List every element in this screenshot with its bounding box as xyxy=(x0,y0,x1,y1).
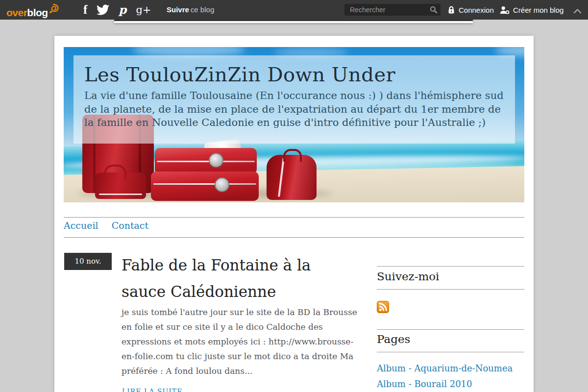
blog-title[interactable]: Les ToulouZinZin Down Under xyxy=(84,62,504,87)
divider xyxy=(377,266,524,267)
nav-link-accueil[interactable]: Accueil xyxy=(64,220,98,231)
divider xyxy=(377,329,524,330)
nav-link-contact[interactable]: Contact xyxy=(112,220,148,231)
divider xyxy=(377,289,524,290)
sidebar-page-link[interactable]: Album - Bourail 2010 xyxy=(377,379,472,389)
search-icon[interactable] xyxy=(430,6,438,16)
main-nav: Accueil Contact xyxy=(64,220,159,231)
suitcase-lock-shape xyxy=(209,153,223,168)
connexion-label: Connexion xyxy=(459,6,494,14)
follow-blog-label-bold: Suivre xyxy=(167,5,189,14)
blog-page-card: Les ToulouZinZin Down Under La vie d'une… xyxy=(54,36,534,392)
divider xyxy=(64,217,524,218)
stacked-suitcase-top-shape xyxy=(155,148,257,174)
post-date-badge: 10 nov. xyxy=(64,253,112,270)
post-title[interactable]: Fable de la Fontaine à la sauce Calédoni… xyxy=(122,252,340,305)
divider xyxy=(64,237,524,238)
facebook-icon[interactable]: f xyxy=(83,0,87,20)
sidebar-pages-heading: Pages xyxy=(377,333,410,345)
logo-text-over: over xyxy=(6,7,27,19)
search-input[interactable] xyxy=(344,4,428,16)
social-icons: f p g+ xyxy=(83,0,151,20)
banner-title-overlay: Les ToulouZinZin Down Under La vie d'une… xyxy=(74,55,515,144)
overblog-logo[interactable]: overblog xyxy=(6,3,60,19)
search-box xyxy=(344,4,441,16)
add-user-icon xyxy=(500,6,510,14)
overblog-swirl-icon xyxy=(47,3,60,15)
topbar: overblog f p g+ Suivrece blog xyxy=(0,0,588,20)
handbag-shape xyxy=(95,172,146,199)
create-blog-button[interactable]: Créer mon blog xyxy=(500,0,564,20)
divider xyxy=(377,352,524,352)
sidebar-follow-heading: Suivez-moi xyxy=(377,270,439,283)
create-blog-label: Créer mon blog xyxy=(513,6,564,14)
collapse-chevron-up-icon[interactable] xyxy=(573,7,582,16)
follow-blog-label-rest: ce blog xyxy=(191,5,214,14)
suitcase-lock-shape xyxy=(215,177,229,192)
twitter-icon[interactable] xyxy=(97,4,109,15)
follow-blog-button[interactable]: Suivrece blog xyxy=(167,0,214,20)
sidebar-page-link[interactable]: Album - Aquarium-de-Noumea xyxy=(377,363,513,373)
travel-bag-shape xyxy=(267,155,317,200)
pinterest-icon[interactable]: p xyxy=(119,0,126,20)
googleplus-icon[interactable]: g+ xyxy=(136,0,151,20)
topbar-collapsed-panel-edge xyxy=(114,20,473,23)
blog-description: La vie d'une famille Toulousaine (En l'o… xyxy=(84,89,506,130)
rss-feed-icon[interactable] xyxy=(377,301,389,313)
post-excerpt: je suis tombé l'autre jour sur le site d… xyxy=(122,305,363,378)
logo-text-blog: blog xyxy=(27,7,48,19)
stacked-suitcase-bottom-shape xyxy=(151,172,259,201)
read-more-link[interactable]: LIRE LA SUITE xyxy=(122,388,182,392)
lock-icon xyxy=(447,6,455,14)
header-banner-image: Les ToulouZinZin Down Under La vie d'une… xyxy=(64,47,524,202)
connexion-button[interactable]: Connexion xyxy=(447,0,494,20)
